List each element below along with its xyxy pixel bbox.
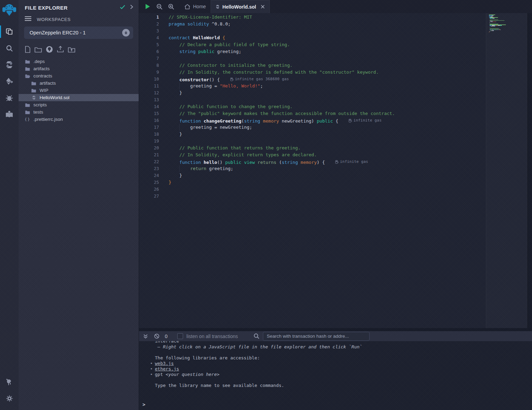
clear-console-icon[interactable] [154,334,159,339]
code-line-content: greeting = "Hello, World!"; [159,83,263,90]
close-tab-icon[interactable] [261,4,265,9]
tree-item-helloworld-sol[interactable]: HelloWorld.sol [19,94,139,101]
code-editor[interactable]: 1// SPDX-License-Identifier: MIT2pragma … [139,13,532,328]
gas-estimate-widget: infinite gas [349,117,382,124]
tree-item-label: .prettierrc.json [33,117,63,122]
code-line-content: function changeGreeting(string memory ne… [159,117,382,124]
sidebar-item-solidity-compiler[interactable] [0,56,19,73]
terminal-line: The following libraries are accessible: [155,355,532,361]
github-icon[interactable] [46,46,53,54]
sidebar-item-debugger[interactable] [0,90,19,106]
upload-folder-icon[interactable] [68,46,75,54]
folder-icon [31,81,36,85]
line-number: 9 [139,69,159,76]
code-line-content [159,193,169,200]
tab-label: Home [193,4,206,9]
line-number: 15 [139,110,159,117]
remix-logo-icon[interactable] [2,2,17,17]
code-line-25: 25} [139,179,532,186]
code-line-20: 20 // Public function that returns the g… [139,145,532,151]
terminal-line-blank [155,377,532,383]
gear-icon [6,395,13,402]
line-number: 21 [139,151,159,158]
expand-terminal-icon[interactable] [143,334,148,339]
library-link-ethers-js[interactable]: ethers.js [155,366,179,371]
tree-item-tests[interactable]: tests [19,108,139,116]
code-line-21: 21 // In Solidity, explicit return types… [139,151,532,158]
line-number: 8 [139,62,159,69]
workspace-caret-icon [122,29,130,36]
zoom-in-icon[interactable] [165,0,177,13]
line-number: 4 [139,34,159,41]
tree-item-artifacts[interactable]: artifacts [19,80,139,87]
tree-item-artifacts[interactable]: artifacts [19,65,139,72]
terminal-line: •ethers.js [155,366,532,372]
tree-item-label: scripts [33,102,47,107]
json-icon: {} [25,117,30,122]
line-number: 26 [139,186,159,193]
line-number: 1 [139,14,159,21]
editor-area[interactable]: HomeHelloWorld.sol 1// SPDX-License-Iden… [139,0,532,328]
sidebar-item-file-explorer[interactable] [0,23,19,40]
new-file-icon[interactable] [25,46,31,54]
code-line-7: 7 [139,55,532,62]
minimap-column [486,13,528,328]
code-line-1: 1// SPDX-License-Identifier: MIT [139,14,532,21]
code-line-content [159,55,169,62]
zoom-out-icon[interactable] [153,0,165,13]
library-link-web3-js[interactable]: web3.js [155,361,174,366]
code-line-8: 8 // Constructor to initialize the greet… [139,62,532,69]
tree-item-contracts[interactable]: contracts [19,72,139,80]
folder-icon [25,103,30,107]
terminal-search-icon [254,333,259,339]
code-line-15: 15 // The "public" keyword makes the fun… [139,110,532,117]
code-line-2: 2pragma solidity ^0.8.0; [139,21,532,28]
sidebar-item-deploy-run[interactable] [0,73,19,90]
workspace-selected-value: OpenZeppelin ERC20 - 1 [30,30,122,35]
new-folder-icon[interactable] [34,46,42,54]
terminal-search-input[interactable] [263,332,370,341]
terminal-line-clipped: interface [155,341,532,344]
tree-item--deps[interactable]: .deps [19,58,139,65]
hamburger-menu-icon[interactable] [25,16,31,22]
listen-transactions-checkbox[interactable] [177,333,183,339]
tree-item-wip[interactable]: WIP [19,87,139,94]
line-number: 3 [139,28,159,34]
code-line-content [159,138,169,145]
minimap[interactable] [489,14,515,34]
remix-ide-window: FILE EXPLORER WORKSPACES OpenZeppelin ER… [0,0,532,410]
tree-item-label: HelloWorld.sol [40,95,70,100]
chevron-right-icon[interactable] [130,4,133,11]
folder-icon [31,88,36,93]
upload-file-icon[interactable] [57,46,64,54]
folder-icon [25,67,30,71]
terminal-line-blank [155,350,532,355]
code-line-4: 4contract HelloWorld { [139,34,532,41]
sidebar-item-learneth[interactable] [0,106,19,123]
folder-icon [25,60,30,64]
sidebar-item-plugin-manager[interactable] [0,374,19,390]
code-line-content: return greeting; [159,165,233,172]
code-line-content: string public greeting; [159,48,241,55]
search-icon [6,44,13,52]
tree-item--prettierrc-json[interactable]: {}.prettierrc.json [19,116,139,123]
editor-scrollbar[interactable] [528,13,532,328]
plug-icon [5,378,13,386]
terminal-prompt[interactable]: > [142,402,145,407]
tree-item-scripts[interactable]: scripts [19,101,139,108]
tab-helloworld-sol[interactable]: HelloWorld.sol [211,0,270,13]
line-number: 18 [139,131,159,138]
line-number: 22 [139,158,159,165]
sidebar-item-settings[interactable] [0,390,19,407]
line-number: 14 [139,103,159,110]
run-script-button[interactable] [142,0,153,13]
tab-home[interactable]: Home [180,0,211,13]
sidebar-item-search[interactable] [0,40,19,56]
workspace-select[interactable]: OpenZeppelin ERC20 - 1 [24,27,133,39]
line-number: 20 [139,145,159,151]
code-line-14: 14 // Public function to change the gree… [139,103,532,110]
line-number: 19 [139,138,159,145]
code-line-17: 17 greeting = newGreeting; [139,124,532,131]
code-line-content: // The "public" keyword makes the functi… [159,110,395,117]
check-icon[interactable] [120,4,125,11]
